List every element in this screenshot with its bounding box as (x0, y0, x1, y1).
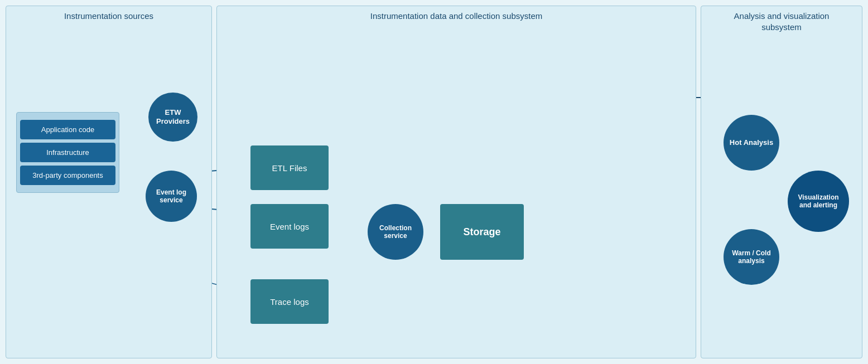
section-analysis-title: Analysis and visualizationsubsystem (706, 11, 857, 32)
diagram-container: Counters Events Logs Hot analysis path (0, 0, 868, 364)
section-analysis: Analysis and visualizationsubsystem Hot … (701, 6, 862, 358)
warm-cold-label: Warm / Cold analysis (732, 249, 771, 265)
circle-etw-providers: ETWProviders (148, 93, 197, 142)
section-instrumentation-sources: Instrumentation sources Application code… (6, 6, 212, 358)
eventlog-label: Event logservice (156, 188, 186, 205)
circle-event-log-service: Event logservice (146, 171, 197, 222)
source-group: Application code Infrastructure 3rd-part… (16, 112, 119, 193)
source-3rdparty: 3rd-party components (20, 166, 115, 185)
section-datacollection-title: Instrumentation data and collection subs… (221, 11, 691, 22)
section-data-collection: Instrumentation data and collection subs… (216, 6, 696, 358)
circle-hot-analysis: Hot Analysis (724, 115, 779, 171)
circle-warm-cold: Warm / Cold analysis (724, 229, 779, 285)
box-event-logs: Event logs (250, 204, 329, 249)
source-application-code: Application code (20, 120, 115, 139)
source-infrastructure: Infrastructure (20, 143, 115, 162)
circle-visualization: Visualization and alerting (788, 171, 849, 232)
box-trace-logs: Trace logs (250, 279, 329, 324)
circle-collection-service: Collectionservice (368, 204, 423, 260)
section-sources-title: Instrumentation sources (11, 11, 207, 22)
viz-label: Visualization and alerting (798, 193, 838, 210)
box-etl-files: ETL Files (250, 145, 329, 190)
box-storage: Storage (440, 204, 524, 260)
collection-label: Collectionservice (379, 224, 412, 240)
hot-analysis-label: Hot Analysis (730, 138, 773, 147)
etw-label: ETWProviders (156, 108, 190, 125)
